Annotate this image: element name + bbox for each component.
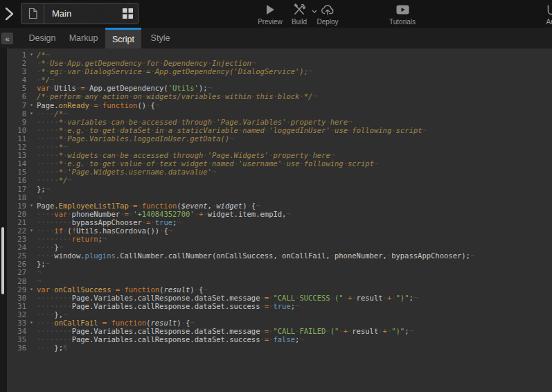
code-text[interactable]: ····onCallFail·=·function(result)·{¬ xyxy=(37,319,552,327)
code-text[interactable]: ·····*/¬ xyxy=(37,176,552,184)
fold-toggle-icon[interactable] xyxy=(26,92,37,100)
fold-toggle-icon[interactable] xyxy=(26,335,37,344)
code-text[interactable]: ·····*·e.g.·to·get·value·of·text·widget·… xyxy=(37,159,552,168)
fold-toggle-icon[interactable] xyxy=(26,67,37,75)
code-line[interactable]: 25 ····window.plugins.CallNumber.callNum… xyxy=(7,251,552,260)
code-text[interactable]: };¬ xyxy=(37,185,552,193)
fold-toggle-icon[interactable] xyxy=(26,143,37,151)
build-button[interactable]: Build xyxy=(284,3,314,26)
fold-toggle-icon[interactable] xyxy=(26,235,37,243)
left-panel-scrollbar-thumb[interactable] xyxy=(1,227,4,294)
code-text[interactable]: Page.onReady·=·function()·{¬ xyxy=(37,101,552,109)
code-line[interactable]: 24 ····}¬ xyxy=(7,243,552,251)
code-text[interactable]: ····}¬ xyxy=(37,243,552,251)
code-text[interactable]: ·····*·'Page.Widgets.username.datavalue'… xyxy=(37,168,552,176)
deploy-button[interactable]: Deploy xyxy=(312,3,343,26)
code-text[interactable]: ········Page.Variables.callResponse.data… xyxy=(37,302,552,310)
fold-toggle-icon[interactable] xyxy=(26,294,37,302)
fold-toggle-icon[interactable]: ▾ xyxy=(26,101,37,109)
code-text[interactable]: /*·perform·any·action·on·widgets/variabl… xyxy=(37,92,552,100)
code-line[interactable]: 9 ·····*·variables·can·be·accessed·throu… xyxy=(7,118,552,126)
code-text[interactable]: ····var·phoneNumber·=·'+14084352700'·+·w… xyxy=(37,210,552,218)
code-text[interactable]: ·*·eg:·var·DialogService·=·App.getDepend… xyxy=(37,67,552,75)
fold-toggle-icon[interactable] xyxy=(26,134,37,143)
fold-toggle-icon[interactable] xyxy=(26,210,37,218)
code-text[interactable]: ········Page.Variables.callResponse.data… xyxy=(37,294,552,302)
code-line[interactable]: 15 ·····*·'Page.Widgets.username.dataval… xyxy=(7,168,552,176)
fold-toggle-icon[interactable] xyxy=(26,310,37,319)
code-line[interactable]: 14 ·····*·e.g.·to·get·value·of·text·widg… xyxy=(7,159,552,168)
fold-toggle-icon[interactable] xyxy=(26,59,37,67)
code-text[interactable]: ····if·(!Utils.hasCordova())·{¬ xyxy=(37,226,552,235)
fold-toggle-icon[interactable] xyxy=(26,185,37,193)
pages-grid-icon[interactable] xyxy=(117,3,138,24)
fold-toggle-icon[interactable]: ▾ xyxy=(26,319,37,327)
tab-script[interactable]: Script xyxy=(105,28,141,48)
code-text[interactable]: ····},¬ xyxy=(37,310,552,319)
fold-toggle-icon[interactable]: ▾ xyxy=(26,51,37,59)
code-line[interactable]: 7 ▾ Page.onReady·=·function()·{¬ xyxy=(7,101,552,109)
code-text[interactable]: ········Page.Variables.callResponse.data… xyxy=(37,335,552,344)
collapse-panel-button[interactable]: « xyxy=(1,33,13,44)
code-text[interactable]: ¬ xyxy=(37,277,552,285)
code-text[interactable]: ·····*·widgets·can·be·accessed·through·'… xyxy=(37,151,552,159)
fold-toggle-icon[interactable] xyxy=(26,75,37,84)
tab-style[interactable]: Style xyxy=(143,28,177,48)
code-text[interactable]: ·····*·variables·can·be·accessed·through… xyxy=(37,118,552,126)
fold-toggle-icon[interactable] xyxy=(26,302,37,310)
fold-toggle-icon[interactable] xyxy=(26,218,37,226)
code-text[interactable]: ¬ xyxy=(37,268,552,276)
code-text[interactable]: var·Utils·=·App.getDependency('Utils');¬ xyxy=(37,84,552,92)
script-code-editor[interactable]: 1 ▾ /*¬ 2 ·*·Use·App.getDependency·for·D… xyxy=(7,48,552,392)
code-line[interactable]: 3 ·*·eg:·var·DialogService·=·App.getDepe… xyxy=(7,67,552,75)
code-line[interactable]: 10 ·····*·e.g.·to·get·dataSet·in·a·stati… xyxy=(7,126,552,134)
code-line[interactable]: 12 ·····*¬ xyxy=(7,143,552,151)
preview-button[interactable]: Preview xyxy=(255,3,285,26)
fold-toggle-icon[interactable] xyxy=(26,193,37,202)
code-text[interactable]: ····/*¬ xyxy=(37,109,552,118)
fold-toggle-icon[interactable] xyxy=(26,243,37,251)
code-text[interactable]: ·*·Use·App.getDependency·for·Dependency·… xyxy=(37,59,552,67)
fold-toggle-icon[interactable]: ▾ xyxy=(26,109,37,118)
code-line[interactable]: 32 ····},¬ xyxy=(7,310,552,319)
code-text[interactable]: /*¬ xyxy=(37,51,552,59)
code-text[interactable]: ········bypassAppChooser·=·true;¬ xyxy=(37,218,552,226)
code-line[interactable]: 34 ········Page.Variables.callResponse.d… xyxy=(7,327,552,335)
code-text[interactable]: Page.EmployeeList1Tap·=·function($event,… xyxy=(37,202,552,210)
code-text[interactable]: };¬ xyxy=(37,260,552,268)
fold-toggle-icon[interactable]: ▾ xyxy=(26,202,37,210)
code-text[interactable]: var·onCallSuccess·=·function(result)·{¬ xyxy=(37,285,552,294)
code-line[interactable]: 28 ¬ xyxy=(7,277,552,285)
code-line[interactable]: 30 ········Page.Variables.callResponse.d… xyxy=(7,294,552,302)
tab-design[interactable]: Design xyxy=(24,28,60,48)
code-text[interactable]: ········return;¬ xyxy=(37,235,552,243)
code-line[interactable]: 17 };¬ xyxy=(7,185,552,193)
code-text[interactable]: ·····*·e.g.·to·get·dataSet·in·a·staticVa… xyxy=(37,126,552,134)
code-line[interactable]: 8 ▾ ····/*¬ xyxy=(7,109,552,118)
code-line[interactable]: 31 ········Page.Variables.callResponse.d… xyxy=(7,302,552,310)
fold-toggle-icon[interactable] xyxy=(26,277,37,285)
fold-toggle-icon[interactable]: ▾ xyxy=(26,285,37,294)
code-text[interactable]: ········Page.Variables.callResponse.data… xyxy=(37,327,552,335)
code-line[interactable]: 18 ¬ xyxy=(7,193,552,202)
code-line[interactable]: 20 ····var·phoneNumber·=·'+14084352700'·… xyxy=(7,210,552,218)
code-line[interactable]: 11 ·····*·Page.Variables.loggedInUser.ge… xyxy=(7,134,552,143)
code-line[interactable]: 22 ▾ ····if·(!Utils.hasCordova())·{¬ xyxy=(7,226,552,235)
code-line[interactable]: 36 ····};¶ xyxy=(7,344,552,352)
fold-toggle-icon[interactable] xyxy=(26,268,37,276)
tutorials-button[interactable]: Tutorials xyxy=(386,3,419,26)
tab-markup[interactable]: Markup xyxy=(65,28,102,48)
code-line[interactable]: 2 ·*·Use·App.getDependency·for·Dependenc… xyxy=(7,59,552,67)
fold-toggle-icon[interactable] xyxy=(26,151,37,159)
code-line[interactable]: 6 /*·perform·any·action·on·widgets/varia… xyxy=(7,92,552,100)
code-text[interactable]: ¬ xyxy=(37,193,552,202)
code-line[interactable]: 23 ········return;¬ xyxy=(7,235,552,243)
code-line[interactable]: 16 ·····*/¬ xyxy=(7,176,552,184)
code-line[interactable]: 13 ·····*·widgets·can·be·accessed·throug… xyxy=(7,151,552,159)
code-line[interactable]: 5 var·Utils·=·App.getDependency('Utils')… xyxy=(7,84,552,92)
expand-nav-icon[interactable] xyxy=(5,7,15,21)
code-line[interactable]: 26 };¬ xyxy=(7,260,552,268)
code-text[interactable]: ·····*¬ xyxy=(37,143,552,151)
fold-toggle-icon[interactable] xyxy=(26,159,37,168)
fold-toggle-icon[interactable] xyxy=(26,118,37,126)
